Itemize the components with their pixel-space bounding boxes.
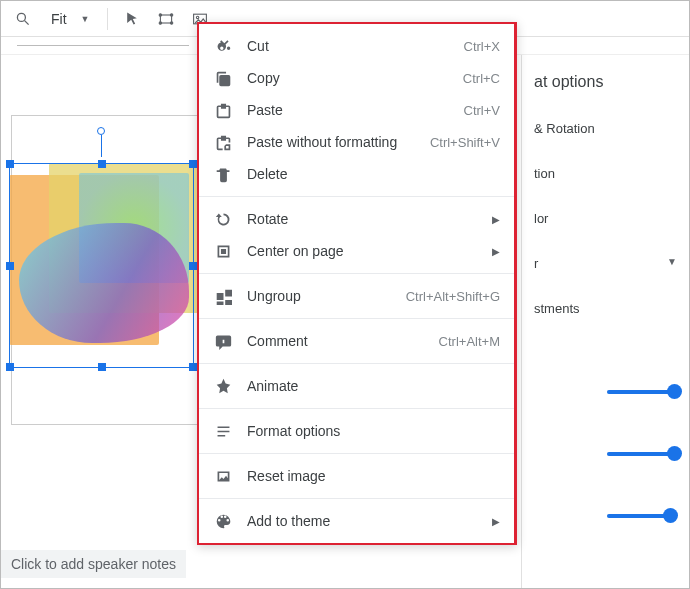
context-menu-divider [199, 453, 514, 454]
context-menu-item-comment[interactable]: CommentCtrl+Alt+M [199, 325, 514, 357]
panel-section-recolor[interactable]: lor [534, 211, 677, 226]
context-menu-shortcut: Ctrl+V [464, 103, 500, 118]
zoom-icon[interactable] [9, 5, 37, 33]
ungroup-icon [213, 286, 233, 306]
format-icon [213, 421, 233, 441]
resize-handle-se[interactable] [189, 363, 197, 371]
dropdown-caret-icon: ▼ [81, 14, 90, 24]
select-tool-icon[interactable] [118, 5, 146, 33]
resize-handle-e[interactable] [189, 262, 197, 270]
context-menu-divider [199, 363, 514, 364]
reset-img-icon [213, 466, 233, 486]
svg-point-0 [17, 13, 25, 21]
context-menu-item-cut[interactable]: CutCtrl+X [199, 30, 514, 62]
paste-nf-icon [213, 132, 233, 152]
rotation-handle[interactable] [97, 127, 105, 135]
context-menu-label: Paste [247, 102, 464, 118]
context-menu-label: Rotate [247, 211, 486, 227]
context-menu-divider [199, 318, 514, 319]
context-menu-item-center-on-page[interactable]: Center on page▶ [199, 235, 514, 267]
context-menu-label: Delete [247, 166, 500, 182]
context-menu-divider [199, 196, 514, 197]
submenu-arrow-icon: ▶ [492, 214, 500, 225]
panel-section-size-rotation[interactable]: & Rotation [534, 121, 677, 136]
svg-rect-2 [161, 15, 172, 23]
svg-point-4 [171, 13, 173, 15]
rotate-icon [213, 209, 233, 229]
context-menu-item-copy[interactable]: CopyCtrl+C [199, 62, 514, 94]
theme-icon [213, 511, 233, 531]
svg-line-1 [25, 20, 29, 24]
context-menu-item-ungroup[interactable]: UngroupCtrl+Alt+Shift+G [199, 280, 514, 312]
zoom-select[interactable]: Fit ▼ [43, 9, 97, 29]
selection-bounding-box [9, 163, 194, 368]
resize-handle-n[interactable] [98, 160, 106, 168]
context-menu-label: Paste without formatting [247, 134, 430, 150]
context-menu-divider [199, 273, 514, 274]
format-options-panel: at options & Rotation tion lor r▼ stment… [521, 55, 689, 589]
rotation-line [101, 135, 102, 157]
resize-handle-s[interactable] [98, 363, 106, 371]
resize-handle-w[interactable] [6, 262, 14, 270]
context-menu-label: Ungroup [247, 288, 406, 304]
copy-icon [213, 68, 233, 88]
context-menu-divider [199, 498, 514, 499]
adjustment-slider[interactable] [607, 452, 677, 456]
context-menu-shortcut: Ctrl+Alt+M [439, 334, 500, 349]
context-menu-label: Reset image [247, 468, 500, 484]
context-menu-item-reset-image[interactable]: Reset image [199, 460, 514, 492]
context-menu-item-format-options[interactable]: Format options [199, 415, 514, 447]
panel-title: at options [534, 73, 677, 91]
comment-icon [213, 331, 233, 351]
context-menu-label: Center on page [247, 243, 486, 259]
context-menu-shortcut: Ctrl+X [464, 39, 500, 54]
context-menu-shortcut: Ctrl+C [463, 71, 500, 86]
context-menu-divider [199, 408, 514, 409]
submenu-arrow-icon: ▶ [492, 246, 500, 257]
adjustment-slider[interactable] [607, 514, 677, 518]
textbox-tool-icon[interactable] [152, 5, 180, 33]
dropdown-caret-icon: ▼ [667, 256, 677, 267]
context-menu: CutCtrl+XCopyCtrl+CPasteCtrl+VPaste with… [197, 22, 517, 545]
svg-point-5 [160, 21, 162, 23]
context-menu-label: Animate [247, 378, 500, 394]
svg-point-8 [197, 16, 199, 18]
context-menu-shortcut: Ctrl+Shift+V [430, 135, 500, 150]
paste-icon [213, 100, 233, 120]
context-menu-label: Copy [247, 70, 463, 86]
center-icon [213, 241, 233, 261]
speaker-notes-placeholder: Click to add speaker notes [11, 556, 176, 572]
slider-knob[interactable] [667, 384, 682, 399]
zoom-value: Fit [51, 11, 67, 27]
context-menu-shortcut: Ctrl+Alt+Shift+G [406, 289, 500, 304]
context-menu-label: Comment [247, 333, 439, 349]
resize-handle-sw[interactable] [6, 363, 14, 371]
submenu-arrow-icon: ▶ [492, 516, 500, 527]
slider-knob[interactable] [663, 508, 678, 523]
context-menu-label: Format options [247, 423, 500, 439]
context-menu-label: Cut [247, 38, 464, 54]
resize-handle-ne[interactable] [189, 160, 197, 168]
animate-icon [213, 376, 233, 396]
context-menu-item-rotate[interactable]: Rotate▶ [199, 203, 514, 235]
panel-section-other[interactable]: r▼ [534, 256, 677, 271]
speaker-notes-input[interactable]: Click to add speaker notes [1, 550, 186, 578]
context-menu-item-paste-without-formatting[interactable]: Paste without formattingCtrl+Shift+V [199, 126, 514, 158]
context-menu-item-delete[interactable]: Delete [199, 158, 514, 190]
toolbar-separator [107, 8, 108, 30]
svg-point-6 [171, 21, 173, 23]
svg-point-3 [160, 13, 162, 15]
context-menu-label: Add to theme [247, 513, 486, 529]
adjustment-slider[interactable] [607, 390, 677, 394]
context-menu-item-paste[interactable]: PasteCtrl+V [199, 94, 514, 126]
context-menu-item-animate[interactable]: Animate [199, 370, 514, 402]
slider-knob[interactable] [667, 446, 682, 461]
context-menu-item-add-to-theme[interactable]: Add to theme▶ [199, 505, 514, 537]
panel-section-position[interactable]: tion [534, 166, 677, 181]
panel-section-adjustments[interactable]: stments [534, 301, 677, 316]
cut-icon [213, 36, 233, 56]
resize-handle-nw[interactable] [6, 160, 14, 168]
delete-icon [213, 164, 233, 184]
